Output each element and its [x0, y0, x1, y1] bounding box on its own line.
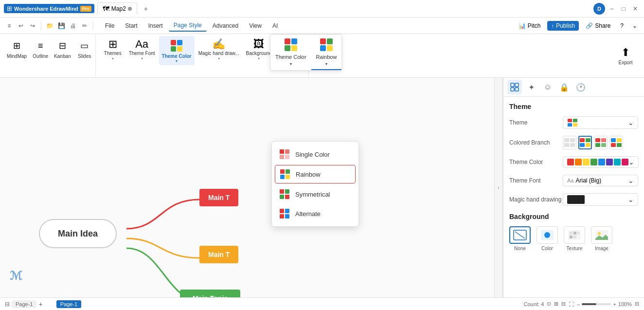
menu-view[interactable]: View — [244, 20, 267, 31]
title-bar-left: ⊞ Wondershare EdrawMind Pro 🗺 Map2 + — [4, 2, 152, 15]
full-icon[interactable]: ⛶ — [569, 301, 574, 307]
pitch-button[interactable]: 📊 Pitch — [515, 21, 545, 31]
zoom-fill — [582, 303, 596, 305]
menu-start[interactable]: Start — [120, 20, 142, 31]
menu-file[interactable]: File — [100, 20, 119, 31]
rainbow-option[interactable]: Rainbow — [275, 165, 356, 183]
close-button[interactable]: ✕ — [630, 4, 640, 14]
svg-rect-43 — [586, 143, 590, 147]
new-tab-button[interactable]: + — [140, 3, 152, 15]
topic-node-3[interactable]: Main Topic — [180, 290, 240, 297]
themes-dropdown[interactable]: ⊞ Themes ▾ — [101, 36, 125, 63]
bg-image-option[interactable]: Image — [591, 226, 612, 251]
panel-tabs: ✦ ☺ 🔒 🕐 — [503, 78, 644, 97]
main-idea-node[interactable]: Main Idea — [39, 219, 117, 248]
active-page-tab[interactable]: Page-1 — [56, 300, 81, 308]
undo-button[interactable]: ↩ — [16, 20, 26, 31]
export-button[interactable]: ⬆ Export — [615, 44, 636, 67]
redo-button[interactable]: ↪ — [27, 20, 38, 31]
zoom-out-button[interactable]: – — [577, 301, 580, 307]
page-tab-1[interactable]: Page-1 — [12, 300, 36, 308]
outline-button[interactable]: ≡ Outline — [30, 37, 51, 61]
menu-page-style[interactable]: Page Style — [169, 20, 207, 32]
tab-theme[interactable] — [507, 80, 522, 94]
canvas-inner: Main Idea Main T Main T Main Topic ℳ — [0, 78, 494, 297]
tab-security[interactable]: 🔒 — [557, 80, 572, 94]
add-page-button[interactable]: + — [38, 300, 42, 308]
single-color-option[interactable]: Single Color — [272, 145, 358, 164]
magic-drawing-dropdown[interactable]: ⌄ — [563, 193, 638, 206]
publish-button[interactable]: ↑ Publish — [547, 21, 579, 31]
themes-label: Themes — [104, 51, 122, 56]
open-button[interactable]: 📁 — [44, 20, 55, 31]
svg-rect-27 — [285, 214, 289, 219]
save-button[interactable]: 💾 — [56, 20, 67, 31]
themes-arrow: ▾ — [112, 56, 114, 61]
svg-rect-26 — [280, 214, 284, 219]
svg-rect-1 — [177, 40, 182, 45]
tc-rainbow-item[interactable]: Rainbow ▾ — [311, 35, 342, 70]
svg-rect-22 — [280, 195, 284, 199]
fit-icon[interactable]: ⊙ — [547, 301, 551, 307]
bg-color-option[interactable]: Color — [537, 226, 558, 251]
menu-insert[interactable]: Insert — [143, 20, 168, 31]
branch-opt-1[interactable] — [563, 136, 576, 149]
svg-rect-23 — [285, 195, 289, 199]
tab-emoji[interactable]: ☺ — [540, 80, 555, 94]
expand-view-icon[interactable]: ⊟ — [635, 301, 639, 307]
magic-hand-dropdown[interactable]: ✍ Magic hand draw... ▾ — [196, 36, 242, 63]
branch-opt-2[interactable] — [578, 136, 592, 149]
minimize-button[interactable]: – — [607, 4, 617, 14]
zoom-in-button[interactable]: + — [613, 301, 616, 307]
connections-svg — [0, 78, 494, 297]
theme-color-dropdown-btn[interactable]: Theme Color ▾ — [159, 36, 195, 65]
menu-advanced[interactable]: Advanced — [208, 20, 243, 31]
grid-icon[interactable]: ⊞ — [554, 301, 558, 307]
symmetrical-option[interactable]: Symmetrical — [272, 184, 358, 204]
alternate-option[interactable]: Alternate — [272, 204, 358, 223]
share-button[interactable]: 🔗 Share — [582, 21, 614, 31]
menu-ai[interactable]: AI — [268, 20, 283, 31]
tc-theme-color-item[interactable]: Theme Color ▾ — [270, 35, 311, 70]
print-button[interactable]: 🖨 — [68, 20, 78, 31]
maximize-button[interactable]: □ — [619, 4, 628, 14]
svg-rect-50 — [611, 143, 616, 147]
branch-opt-4[interactable] — [609, 136, 623, 149]
theme-dropdown[interactable]: ⌄ — [563, 116, 638, 129]
svg-rect-5 — [291, 38, 297, 44]
branch-opt-3[interactable] — [594, 136, 608, 149]
theme-section-title: Theme — [509, 103, 638, 110]
zoom-slider[interactable] — [582, 303, 611, 305]
theme-font-dropdown[interactable]: Aa Theme Font ▾ — [126, 36, 158, 63]
mindmap-label: MindMap — [7, 54, 27, 59]
sidebar-collapse-toggle[interactable]: › — [494, 78, 503, 297]
avatar[interactable]: D — [593, 3, 605, 15]
kanban-button[interactable]: ⊟ Kanban — [51, 37, 73, 61]
tab-clock[interactable]: 🕐 — [573, 80, 588, 94]
active-page-indicator: Page-1 — [56, 300, 81, 308]
title-bar: ⊞ Wondershare EdrawMind Pro 🗺 Map2 + D –… — [0, 0, 644, 18]
expand-button[interactable]: ⌄ — [629, 21, 640, 31]
tc-theme-color-arrow: ▾ — [290, 62, 292, 66]
svg-rect-13 — [285, 149, 289, 154]
bg-texture-option[interactable]: Texture — [564, 226, 585, 251]
menu-toggle[interactable]: ≡ — [4, 20, 15, 31]
mindmap-icon: ⊞ — [10, 39, 24, 53]
topic-node-1[interactable]: Main T — [199, 189, 238, 206]
theme-color-swatches — [567, 159, 628, 165]
topic-node-2[interactable]: Main T — [199, 246, 238, 263]
canvas[interactable]: Main Idea Main T Main T Main Topic ℳ — [0, 78, 494, 297]
theme-font-row: Theme Font Aa Arial (Big) ⌄ — [509, 175, 638, 186]
layout-icon[interactable]: ⊟ — [561, 301, 566, 307]
document-tab[interactable]: 🗺 Map2 — [97, 2, 137, 15]
mindmap-button[interactable]: ⊞ MindMap — [4, 37, 30, 61]
theme-color-dropdown-ctrl[interactable]: ⌄ — [563, 156, 639, 168]
bg-none-option[interactable]: None — [509, 226, 531, 251]
pro-badge: Pro — [80, 6, 91, 12]
slides-button[interactable]: ▭ Slides — [74, 37, 95, 61]
tab-ai[interactable]: ✦ — [524, 80, 538, 94]
help-button[interactable]: ? — [617, 21, 626, 31]
theme-font-dropdown-ctrl[interactable]: Aa Arial (Big) ⌄ — [563, 175, 638, 186]
format-button[interactable]: ✏ — [79, 20, 90, 31]
quick-tools: ≡ ↩ ↪ 📁 💾 🖨 ✏ — [4, 20, 95, 31]
